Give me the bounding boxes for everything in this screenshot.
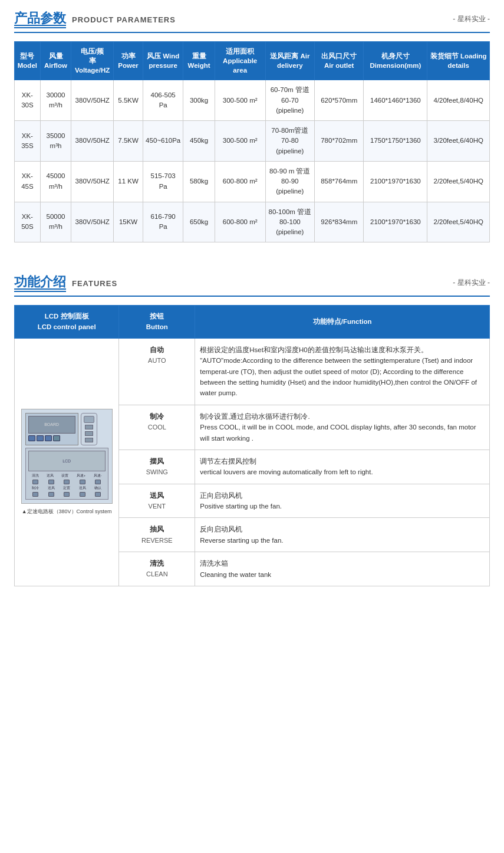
table-row: XK-35S35000 m³h380V/50HZ7.5KW450~610Pa45… <box>15 121 490 162</box>
button-label-cn: 清洗 <box>124 558 190 569</box>
table-cell: XK-35S <box>15 121 41 162</box>
func-cn: 制冷设置,通过启动水循环进行制冷. <box>200 411 485 422</box>
table-cell: 3/20feet,6/40HQ <box>427 121 490 162</box>
params-table: 型号Model 风量Airflow 电压/频率 Voltage/HZ 功率 Po… <box>14 41 490 242</box>
section1-brand: - 星科实业 - <box>453 14 490 24</box>
col-model: 型号Model <box>15 42 41 80</box>
section1-title-en: PRODUCT PARAMETERS <box>72 15 176 24</box>
section2-title-en: FEATURES <box>72 279 117 288</box>
func-cn: 清洗水箱 <box>200 558 485 569</box>
col-button: 按钮 Button <box>119 306 195 339</box>
button-label-en: VENT <box>124 501 190 512</box>
col-function: 功能特点/Function <box>195 306 490 339</box>
table-cell: 50000 m³/h <box>40 202 71 242</box>
button-label-en: CLEAN <box>124 569 190 580</box>
product-params-section: 产品参数 PRODUCT PARAMETERS - 星科实业 - 型号Model… <box>0 0 504 252</box>
panel-inner: BOARD <box>21 409 113 504</box>
function-cell: 清洗水箱Cleaning the water tank <box>195 552 490 586</box>
func-en: "AUTO"mode:According to the difference b… <box>200 355 485 399</box>
button-cell: 送风 VENT <box>119 484 195 518</box>
col-voltage: 电压/频率 Voltage/HZ <box>71 42 114 80</box>
table-cell: 515-703 Pa <box>143 161 183 202</box>
button-cell: 制冷 COOL <box>119 405 195 450</box>
section2-title-wrap: 功能介绍 FEATURES <box>14 273 117 292</box>
button-cell: 抽风 REVERSE <box>119 518 195 552</box>
func-en: Positive starting up the fan. <box>200 501 485 511</box>
table-cell: 650kg <box>183 202 215 242</box>
table-cell: 45000 m³/h <box>40 161 71 202</box>
table-row: XK-30S30000 m³/h380V/50HZ5.5KW406-505 Pa… <box>15 80 490 121</box>
button-label-cn: 自动 <box>124 345 190 356</box>
list-item: BOARD <box>15 338 490 405</box>
func-cn: 根据设定的温度Hset和室内湿度H0的差值控制马达输出速度和水泵开关。 <box>200 345 485 355</box>
button-label-en: SWING <box>124 467 190 478</box>
col-loading: 装货细节 Loading details <box>427 42 490 80</box>
section1-header: 产品参数 PRODUCT PARAMETERS - 星科实业 - <box>14 9 490 33</box>
table-cell: 616-790 Pa <box>143 202 183 242</box>
table-row: XK-45S45000 m³/h380V/50HZ11 KW515-703 Pa… <box>15 161 490 202</box>
lcd-panel-image: BOARD <box>21 409 113 504</box>
table-cell: 2100*1970*1630 <box>364 161 427 202</box>
table-cell: XK-50S <box>15 202 41 242</box>
func-en: Cleaning the water tank <box>200 569 485 580</box>
table-cell: 4/20feet,8/40HQ <box>427 80 490 121</box>
section1-title-wrap: 产品参数 PRODUCT PARAMETERS <box>14 9 176 28</box>
section2-brand: - 星科实业 - <box>453 278 490 288</box>
function-cell: 制冷设置,通过启动水循环进行制冷.Press COOL, it will be … <box>195 405 490 450</box>
button-label-en: REVERSE <box>124 536 190 546</box>
col-lcd-panel: LCD 控制面板 LCD control panel <box>15 306 119 339</box>
function-cell: 根据设定的温度Hset和室内湿度H0的差值控制马达输出速度和水泵开关。"AUTO… <box>195 338 490 405</box>
table-cell: XK-45S <box>15 161 41 202</box>
function-cell: 正向启动风机Positive starting up the fan. <box>195 484 490 518</box>
table-cell: 80-100m 管道 80-100 (pipeline) <box>265 202 315 242</box>
table-cell: 2/20feet,5/40HQ <box>427 161 490 202</box>
col-dimension: 机身尺寸 Dimension(mm) <box>364 42 427 80</box>
table-cell: 380V/50HZ <box>71 202 114 242</box>
table-cell: 15KW <box>114 202 143 242</box>
table-cell: 450kg <box>183 121 215 162</box>
button-label-cn: 送风 <box>124 490 190 501</box>
table-cell: 5.5KW <box>114 80 143 121</box>
col-weight: 重量 Weight <box>183 42 215 80</box>
table-cell: 70-80m管道 70-80 (pipeline) <box>265 121 315 162</box>
button-cell: 自动 AUTO <box>119 338 195 405</box>
table-cell: 2/20feet,5/40HQ <box>427 202 490 242</box>
table-cell: 406-505 Pa <box>143 80 183 121</box>
table-cell: 35000 m³h <box>40 121 71 162</box>
button-label-en: COOL <box>124 422 190 433</box>
func-en: Press COOL, it will be in COOL mode, and… <box>200 422 485 444</box>
col-air-outlet: 出风口尺寸 Air outlet <box>315 42 364 80</box>
table-cell: 11 KW <box>114 161 143 202</box>
panel-caption: ▲定速电路板（380V）Control system <box>19 507 114 516</box>
function-cell: 反向启动风机Reverse starting up the fan. <box>195 518 490 552</box>
button-cell: 摆风 SWING <box>119 450 195 484</box>
col-wind-pressure: 风压 Windpressure <box>143 42 183 80</box>
panel-cell: BOARD <box>15 338 119 586</box>
table-cell: 620*570mm <box>315 80 364 121</box>
table-cell: 1750*1750*1360 <box>364 121 427 162</box>
col-airflow: 风量Airflow <box>40 42 71 80</box>
table-cell: 858*764mm <box>315 161 364 202</box>
button-label-cn: 摆风 <box>124 456 190 467</box>
button-label-cn: 制冷 <box>124 411 190 422</box>
table-cell: 2100*1970*1630 <box>364 202 427 242</box>
table-cell: 30000 m³/h <box>40 80 71 121</box>
table-cell: 580kg <box>183 161 215 202</box>
table-cell: 380V/50HZ <box>71 161 114 202</box>
col-air-delivery: 送风距离 Air delivery <box>265 42 315 80</box>
table-cell: 300-500 m² <box>215 121 265 162</box>
table-cell: 600-800 m² <box>215 161 265 202</box>
func-en: vertical louvers are moving automaticall… <box>200 467 485 477</box>
features-table: LCD 控制面板 LCD control panel 按钮 Button 功能特… <box>14 305 490 586</box>
table-row: XK-50S50000 m³/h380V/50HZ15KW616-790 Pa6… <box>15 202 490 242</box>
table-cell: 1460*1460*1360 <box>364 80 427 121</box>
button-cell: 清洗 CLEAN <box>119 552 195 586</box>
table-cell: 926*834mm <box>315 202 364 242</box>
table-cell: 780*702mm <box>315 121 364 162</box>
func-en: Reverse starting up the fan. <box>200 535 485 546</box>
func-cn: 调节左右摆风控制 <box>200 456 485 467</box>
table-cell: 380V/50HZ <box>71 121 114 162</box>
button-label-en: AUTO <box>124 356 190 366</box>
button-label-cn: 抽风 <box>124 524 190 535</box>
table-cell: 600-800 m² <box>215 202 265 242</box>
